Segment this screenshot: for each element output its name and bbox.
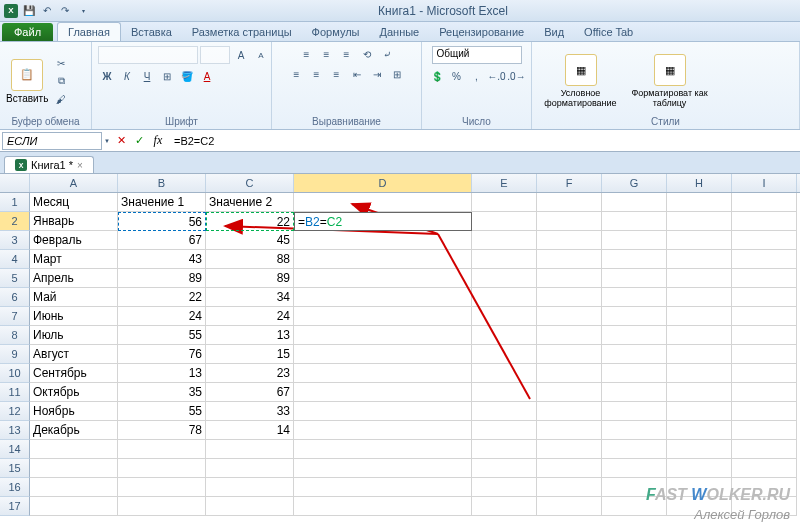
cell[interactable] <box>602 288 667 307</box>
cell[interactable] <box>206 478 294 497</box>
decrease-font-icon[interactable]: A <box>252 47 270 63</box>
cell[interactable]: 55 <box>118 402 206 421</box>
cell[interactable]: 35 <box>118 383 206 402</box>
cell[interactable] <box>472 288 537 307</box>
cell[interactable] <box>537 364 602 383</box>
cell[interactable] <box>118 478 206 497</box>
cell[interactable] <box>667 250 732 269</box>
row-header[interactable]: 8 <box>0 326 30 345</box>
cell[interactable]: 33 <box>206 402 294 421</box>
cell[interactable] <box>472 459 537 478</box>
cell[interactable] <box>472 421 537 440</box>
cell[interactable]: 76 <box>118 345 206 364</box>
cell[interactable] <box>472 231 537 250</box>
cell[interactable] <box>667 326 732 345</box>
cell[interactable] <box>732 231 797 250</box>
col-header-F[interactable]: F <box>537 174 602 192</box>
row-header[interactable]: 15 <box>0 459 30 478</box>
align-middle-icon[interactable]: ≡ <box>318 46 336 62</box>
cell[interactable] <box>472 364 537 383</box>
cell[interactable]: 67 <box>206 383 294 402</box>
cell[interactable] <box>472 383 537 402</box>
align-right-icon[interactable]: ≡ <box>328 66 346 82</box>
cell[interactable]: 89 <box>118 269 206 288</box>
cell[interactable] <box>472 307 537 326</box>
cell[interactable]: 14 <box>206 421 294 440</box>
copy-icon[interactable]: ⧉ <box>52 73 70 89</box>
cell[interactable] <box>602 193 667 212</box>
cell[interactable]: 24 <box>118 307 206 326</box>
cell[interactable]: 43 <box>118 250 206 269</box>
cell[interactable] <box>602 440 667 459</box>
cell[interactable] <box>732 440 797 459</box>
cell[interactable] <box>732 364 797 383</box>
cell[interactable] <box>732 250 797 269</box>
cell[interactable] <box>667 345 732 364</box>
cell[interactable] <box>667 459 732 478</box>
row-header[interactable]: 17 <box>0 497 30 516</box>
row-header[interactable]: 9 <box>0 345 30 364</box>
cell[interactable]: 13 <box>118 364 206 383</box>
paste-icon[interactable]: 📋 <box>11 59 43 91</box>
row-header[interactable]: 14 <box>0 440 30 459</box>
row-header[interactable]: 4 <box>0 250 30 269</box>
cell[interactable] <box>30 440 118 459</box>
cell[interactable] <box>30 459 118 478</box>
cell[interactable] <box>294 193 472 212</box>
cell[interactable] <box>732 193 797 212</box>
cell[interactable] <box>472 193 537 212</box>
cell[interactable] <box>472 440 537 459</box>
tab-page-layout[interactable]: Разметка страницы <box>182 23 302 41</box>
cell[interactable] <box>732 402 797 421</box>
formula-input[interactable] <box>170 134 800 148</box>
cell[interactable] <box>602 231 667 250</box>
cell[interactable] <box>537 345 602 364</box>
cell[interactable] <box>537 402 602 421</box>
file-button[interactable]: Файл <box>2 23 53 41</box>
redo-icon[interactable]: ↷ <box>58 4 72 18</box>
cell[interactable] <box>294 402 472 421</box>
fill-color-icon[interactable]: 🪣 <box>178 68 196 84</box>
tab-review[interactable]: Рецензирование <box>429 23 534 41</box>
cell[interactable]: 55 <box>118 326 206 345</box>
cell[interactable] <box>732 383 797 402</box>
cell[interactable]: 45 <box>206 231 294 250</box>
cell[interactable] <box>732 345 797 364</box>
cell[interactable]: Август <box>30 345 118 364</box>
row-header[interactable]: 11 <box>0 383 30 402</box>
cell[interactable] <box>602 307 667 326</box>
align-left-icon[interactable]: ≡ <box>288 66 306 82</box>
cell[interactable] <box>537 288 602 307</box>
cell[interactable] <box>472 250 537 269</box>
cell[interactable]: Месяц <box>30 193 118 212</box>
cell[interactable]: Май <box>30 288 118 307</box>
cell[interactable] <box>537 497 602 516</box>
row-header[interactable]: 12 <box>0 402 30 421</box>
cell[interactable]: Сентябрь <box>30 364 118 383</box>
cell[interactable]: Декабрь <box>30 421 118 440</box>
col-header-A[interactable]: A <box>30 174 118 192</box>
cell[interactable] <box>537 459 602 478</box>
row-header[interactable]: 7 <box>0 307 30 326</box>
cell[interactable] <box>472 497 537 516</box>
cell[interactable] <box>602 364 667 383</box>
cell[interactable] <box>732 288 797 307</box>
cell[interactable] <box>472 478 537 497</box>
col-header-G[interactable]: G <box>602 174 667 192</box>
format-as-table-icon[interactable]: ▦ <box>654 54 686 86</box>
font-size-dropdown[interactable] <box>200 46 230 64</box>
cell[interactable] <box>602 250 667 269</box>
cell[interactable] <box>602 326 667 345</box>
cell[interactable]: 78 <box>118 421 206 440</box>
cell[interactable] <box>732 212 797 231</box>
cell[interactable] <box>732 269 797 288</box>
cell[interactable] <box>472 345 537 364</box>
row-header[interactable]: 2 <box>0 212 30 231</box>
cell[interactable] <box>667 307 732 326</box>
cell[interactable] <box>732 326 797 345</box>
cell[interactable] <box>732 421 797 440</box>
cell[interactable]: Январь <box>30 212 118 231</box>
cell[interactable] <box>667 421 732 440</box>
align-top-icon[interactable]: ≡ <box>298 46 316 62</box>
cell[interactable] <box>537 307 602 326</box>
